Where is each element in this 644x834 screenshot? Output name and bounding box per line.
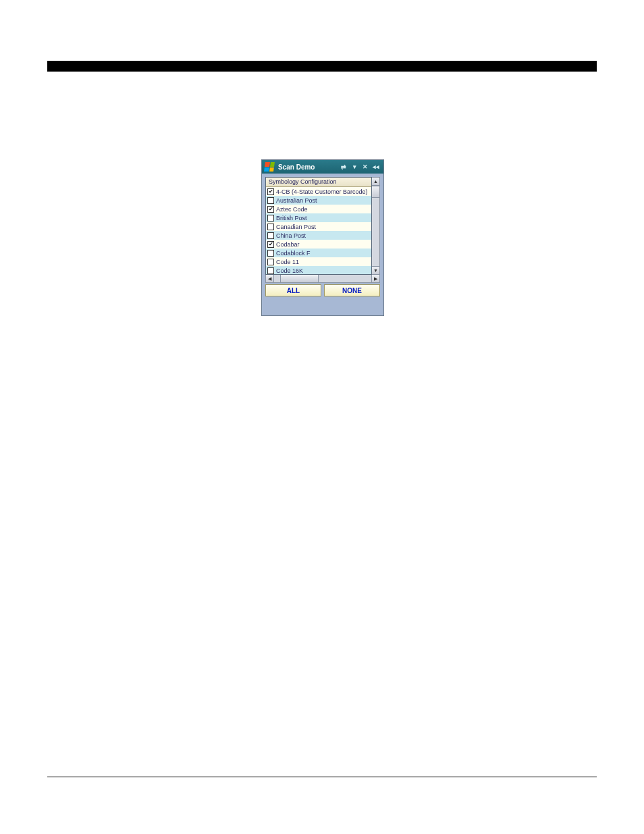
checkbox[interactable] <box>267 250 274 257</box>
signal-icon[interactable]: ▾ <box>350 162 359 172</box>
scan-demo-window: Scan Demo ⇄ ▾ ✕ ◂◂ Symbology Configurati… <box>261 159 384 316</box>
list-item[interactable]: Codablock F <box>266 249 371 257</box>
window-title: Scan Demo <box>278 163 315 171</box>
checkbox[interactable] <box>267 197 274 204</box>
checkbox[interactable] <box>267 224 274 230</box>
all-button[interactable]: ALL <box>265 284 321 296</box>
symbology-list-container: Symbology Configuration ✔ 4-CB (4-State … <box>265 177 380 275</box>
list-item-label: Aztec Code <box>276 206 308 213</box>
symbology-list[interactable]: Symbology Configuration ✔ 4-CB (4-State … <box>265 177 372 275</box>
list-item-label: Australian Post <box>276 197 317 204</box>
list-item-label: 4-CB (4-State Customer Barcode) <box>276 188 368 195</box>
volume-icon[interactable]: ◂◂ <box>371 162 381 172</box>
checkbox[interactable] <box>267 259 274 265</box>
list-item-label: China Post <box>276 232 306 239</box>
checkbox[interactable]: ✔ <box>267 206 274 213</box>
content-area: Symbology Configuration ✔ 4-CB (4-State … <box>262 174 383 296</box>
checkbox[interactable]: ✔ <box>267 188 274 195</box>
list-item[interactable]: Code 16K <box>266 266 371 275</box>
list-item[interactable]: Code 11 <box>266 257 371 266</box>
list-item[interactable]: British Post <box>266 213 371 222</box>
horizontal-scrollbar[interactable]: ◀ ▶ <box>265 275 380 283</box>
scroll-down-button[interactable]: ▼ <box>372 266 379 274</box>
hscroll-thumb[interactable] <box>280 275 319 282</box>
vscroll-thumb[interactable] <box>372 186 379 198</box>
list-item[interactable]: ✔ 4-CB (4-State Customer Barcode) <box>266 187 371 196</box>
none-button[interactable]: NONE <box>324 284 380 296</box>
list-item-label: Code 11 <box>276 259 299 265</box>
page-bottom-line <box>47 777 597 777</box>
checkbox[interactable] <box>267 267 274 274</box>
list-item-label: Codablock F <box>276 250 311 257</box>
scroll-right-button[interactable]: ▶ <box>371 275 379 282</box>
vscroll-track[interactable] <box>372 186 379 266</box>
list-item[interactable]: ✔ Aztec Code <box>266 205 371 213</box>
checkbox[interactable] <box>267 232 274 239</box>
checkbox[interactable] <box>267 215 274 221</box>
list-item[interactable]: China Post <box>266 231 371 240</box>
connectivity-icon[interactable]: ⇄ <box>339 162 348 172</box>
list-item[interactable]: Canadian Post <box>266 222 371 231</box>
scroll-up-button[interactable]: ▲ <box>372 178 379 186</box>
window-titlebar: Scan Demo ⇄ ▾ ✕ ◂◂ <box>262 160 383 174</box>
list-item[interactable]: Australian Post <box>266 196 371 205</box>
list-item-label: British Post <box>276 215 307 221</box>
all-none-row: ALL NONE <box>265 284 380 296</box>
page-top-divider <box>47 61 597 72</box>
list-item-label: Code 16K <box>276 267 303 274</box>
checkbox[interactable]: ✔ <box>267 241 274 248</box>
list-item[interactable]: ✔ Codabar <box>266 240 371 249</box>
list-item-label: Codabar <box>276 241 300 248</box>
list-header[interactable]: Symbology Configuration <box>266 178 371 187</box>
list-item-label: Canadian Post <box>276 224 316 230</box>
antenna-icon[interactable]: ✕ <box>360 162 370 172</box>
hscroll-track[interactable] <box>274 275 371 282</box>
vertical-scrollbar[interactable]: ▲ ▼ <box>372 177 380 275</box>
scroll-left-button[interactable]: ◀ <box>266 275 274 282</box>
windows-logo-icon <box>264 162 275 172</box>
